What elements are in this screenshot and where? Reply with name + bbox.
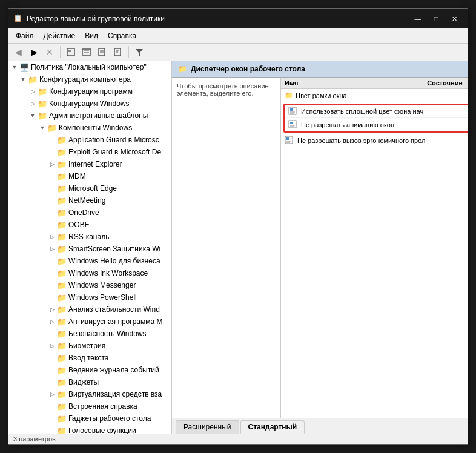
tree-exploit-guard[interactable]: 📁 Exploit Guard в Microsoft De	[8, 146, 171, 158]
policy-icon	[288, 107, 299, 116]
tree-oobe[interactable]: 📁 OOBE	[8, 219, 171, 231]
policy-item-use-solid[interactable]: Использовать сплошной цвет фона нач	[285, 105, 468, 118]
tree-item-label: Безопасность Windows	[68, 329, 147, 338]
tree-widgets[interactable]: 📁 Виджеты	[8, 376, 171, 388]
filter-button[interactable]	[132, 45, 147, 59]
stop-button[interactable]: ✕	[42, 45, 57, 59]
tree-event-log[interactable]: 📁 Ведение журнала событий	[8, 364, 171, 376]
tab-extended[interactable]: Расширенный	[176, 420, 239, 434]
tree-netmeeting[interactable]: 📁 NetMeeting	[8, 194, 171, 207]
svg-marker-11	[136, 49, 143, 56]
close-button[interactable]: ✕	[446, 13, 463, 25]
folder-icon: 📁	[47, 124, 57, 133]
expander-icon: ▷	[47, 306, 57, 312]
tree-help[interactable]: 📁 Встроенная справка	[8, 400, 171, 412]
svg-rect-13	[290, 108, 293, 111]
back-button[interactable]: ◀	[11, 45, 25, 59]
folder-icon: 📁	[57, 208, 67, 217]
maximize-button[interactable]: □	[428, 13, 445, 25]
toolbar-btn-1[interactable]	[64, 45, 78, 59]
right-panel: 📁 Диспетчер окон рабочего стола Чтобы пр…	[172, 61, 468, 434]
tree-item-label: RSS-каналы	[68, 233, 111, 241]
tree-program-config[interactable]: ▷ 📁 Конфигурация программ	[8, 85, 171, 98]
tree-item-label: Виджеты	[68, 378, 99, 386]
tree-item-label: Гаджеты рабочего стола	[68, 414, 151, 423]
content-area: ▼ 🖥️ Политика "Локальный компьютер" ▼ 📁 …	[8, 61, 468, 434]
folder-icon: 📁	[57, 184, 67, 193]
tree-virt[interactable]: ▷ 📁 Виртуализация средств вза	[8, 388, 171, 400]
tree-security[interactable]: 📁 Безопасность Windows	[8, 328, 171, 340]
expander-icon: ▼	[18, 76, 28, 82]
tree-biometrics[interactable]: ▷ 📁 Биометрия	[8, 340, 171, 352]
tree-voice[interactable]: 📁 Голосовые функции	[8, 425, 171, 434]
tree-item-label: Ввод текста	[68, 354, 108, 362]
tree-smartscreen[interactable]: ▷ 📁 SmartScreen Защитника Wi	[8, 243, 171, 255]
tree-gadgets[interactable]: 📁 Гаджеты рабочего стола	[8, 412, 171, 425]
folder-icon: 📁	[57, 293, 67, 302]
minimize-button[interactable]: —	[409, 13, 426, 25]
tree-ie[interactable]: ▷ 📁 Internet Explorer	[8, 158, 171, 170]
policy-item-name: Не разрешать анимацию окон	[301, 121, 423, 128]
forward-button[interactable]: ▶	[27, 45, 41, 59]
tree-windows-config[interactable]: ▷ 📁 Конфигурация Windows	[8, 98, 171, 110]
folder-icon: 📁	[57, 317, 67, 326]
toolbar-btn-4[interactable]	[111, 45, 125, 59]
tree-ink-workspace[interactable]: 📁 Windows Ink Workspace	[8, 267, 171, 279]
tree-messenger[interactable]: 📁 Windows Messenger	[8, 279, 171, 291]
tree-windows-components[interactable]: ▼ 📁 Компоненты Windows	[8, 122, 171, 134]
tree-text-input[interactable]: 📁 Ввод текста	[8, 352, 171, 364]
tree-onedrive[interactable]: 📁 OneDrive	[8, 207, 171, 219]
header-folder-icon: 📁	[178, 65, 187, 73]
tree-item-label: Exploit Guard в Microsoft De	[68, 148, 161, 156]
tree-antivirus[interactable]: ▷ 📁 Антивирусная программа М	[8, 316, 171, 328]
description-text: Чтобы просмотреть описание элемента, выд…	[177, 82, 269, 97]
tree-powershell[interactable]: 📁 Windows PowerShell	[8, 291, 171, 303]
main-window: 📋 Редактор локальной групповой политики …	[8, 8, 468, 445]
toolbar-separator-2	[128, 46, 129, 58]
tree-app-guard[interactable]: 📁 Application Guard в Microsc	[8, 134, 171, 146]
policy-icon	[285, 136, 295, 145]
policy-section: Имя Состояние 📁 Цвет рамки окна	[281, 78, 468, 418]
folder-icon: 📁	[57, 366, 67, 375]
toolbar-btn-2[interactable]	[79, 45, 94, 59]
menu-help[interactable]: Справка	[103, 30, 141, 42]
folder-icon: 📁	[57, 136, 67, 145]
col-name-header: Имя	[285, 79, 427, 87]
root-icon: 🖥️	[19, 63, 29, 72]
tabs-bar: Расширенный Стандартный	[172, 418, 468, 434]
tree-item-label: Конфигурация Windows	[49, 99, 130, 108]
tree-admin-templates[interactable]: ▼ 📁 Административные шаблоны	[8, 110, 171, 122]
policy-item[interactable]: 📁 Цвет рамки окна	[281, 89, 468, 102]
tab-standard[interactable]: Стандартный	[240, 420, 305, 434]
tree-item-label: Анализ стабильности Wind	[68, 305, 160, 314]
toolbar-btn-3[interactable]	[95, 45, 110, 59]
tree-panel[interactable]: ▼ 🖥️ Политика "Локальный компьютер" ▼ 📁 …	[8, 61, 172, 434]
svg-rect-17	[290, 122, 293, 124]
menu-file[interactable]: Файл	[11, 30, 39, 42]
tree-stability[interactable]: ▷ 📁 Анализ стабильности Wind	[8, 303, 171, 316]
tree-item-label: Windows Ink Workspace	[68, 269, 148, 277]
tree-item-label: Ведение журнала событий	[68, 366, 159, 374]
policy-item-no-animation[interactable]: Не разрешать анимацию окон	[285, 118, 468, 131]
tree-item-label: Windows PowerShell	[68, 293, 137, 302]
toolbar: ◀ ▶ ✕	[8, 44, 468, 61]
tree-computer-config[interactable]: ▼ 📁 Конфигурация компьютера	[8, 73, 171, 85]
right-body: Чтобы просмотреть описание элемента, выд…	[172, 78, 468, 418]
tree-rss[interactable]: ▷ 📁 RSS-каналы	[8, 231, 171, 243]
tree-item-label: Windows Hello для бизнеса	[68, 257, 160, 265]
tree-root[interactable]: ▼ 🖥️ Политика "Локальный компьютер"	[8, 61, 171, 73]
tree-hello[interactable]: 📁 Windows Hello для бизнеса	[8, 255, 171, 267]
tree-item-label: Административные шаблоны	[49, 111, 148, 120]
folder-icon: 📁	[57, 402, 67, 411]
policy-item-no-ergon[interactable]: Не разрешать вызов эргономичного прол	[281, 134, 468, 147]
menu-view[interactable]: Вид	[80, 30, 103, 42]
tree-item-label: NetMeeting	[68, 196, 105, 205]
menu-bar: Файл Действие Вид Справка	[8, 28, 468, 44]
folder-icon: 📁	[38, 111, 47, 121]
expander-icon: ▼	[38, 125, 47, 131]
tree-edge[interactable]: 📁 Microsoft Edge	[8, 182, 171, 194]
folder-icon: 📁	[57, 305, 67, 314]
menu-action[interactable]: Действие	[39, 30, 81, 42]
tree-mdm[interactable]: 📁 MDM	[8, 170, 171, 182]
right-panel-header: 📁 Диспетчер окон рабочего стола	[172, 61, 468, 78]
